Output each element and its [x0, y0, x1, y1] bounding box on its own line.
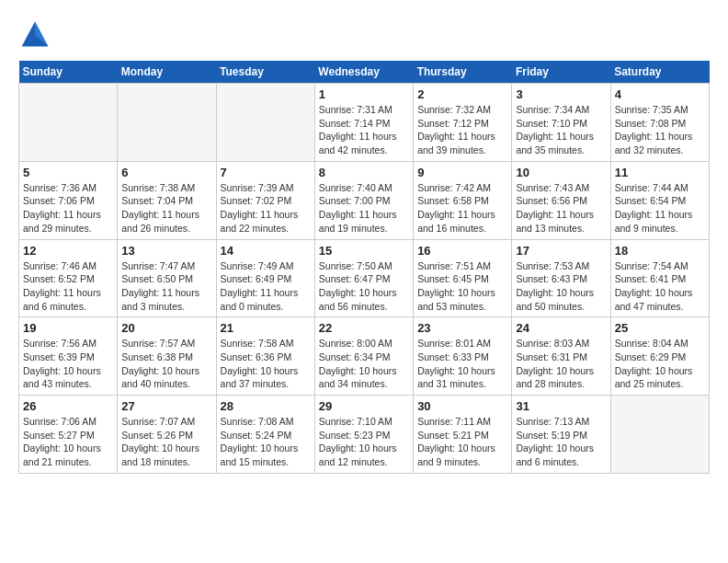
calendar-cell	[19, 84, 118, 162]
day-info: Sunrise: 8:04 AM Sunset: 6:29 PM Dayligh…	[615, 337, 705, 391]
calendar-cell: 13Sunrise: 7:47 AM Sunset: 6:50 PM Dayli…	[118, 239, 216, 317]
calendar-cell	[118, 84, 216, 162]
day-header-monday: Monday	[118, 61, 216, 84]
day-info: Sunrise: 7:10 AM Sunset: 5:23 PM Dayligh…	[319, 415, 409, 469]
calendar-cell: 28Sunrise: 7:08 AM Sunset: 5:24 PM Dayli…	[216, 396, 314, 474]
day-number: 1	[319, 87, 409, 101]
day-info: Sunrise: 7:46 AM Sunset: 6:52 PM Dayligh…	[23, 259, 113, 314]
day-info: Sunrise: 7:54 AM Sunset: 6:41 PM Dayligh…	[615, 259, 705, 314]
calendar-cell: 20Sunrise: 7:57 AM Sunset: 6:38 PM Dayli…	[118, 317, 216, 396]
calendar-cell	[216, 84, 314, 162]
calendar-week-5: 26Sunrise: 7:06 AM Sunset: 5:27 PM Dayli…	[19, 396, 710, 474]
day-number: 26	[23, 399, 113, 413]
day-number: 24	[516, 321, 606, 335]
day-info: Sunrise: 7:36 AM Sunset: 7:06 PM Dayligh…	[23, 181, 113, 236]
calendar-cell: 2Sunrise: 7:32 AM Sunset: 7:12 PM Daylig…	[414, 84, 512, 162]
calendar-cell: 26Sunrise: 7:06 AM Sunset: 5:27 PM Dayli…	[19, 396, 118, 474]
calendar-cell: 15Sunrise: 7:50 AM Sunset: 6:47 PM Dayli…	[314, 239, 413, 317]
day-info: Sunrise: 7:51 AM Sunset: 6:45 PM Dayligh…	[417, 259, 507, 314]
calendar-week-1: 1Sunrise: 7:31 AM Sunset: 7:14 PM Daylig…	[19, 84, 710, 162]
calendar-cell: 23Sunrise: 8:01 AM Sunset: 6:33 PM Dayli…	[414, 317, 512, 396]
calendar-cell: 12Sunrise: 7:46 AM Sunset: 6:52 PM Dayli…	[19, 239, 118, 317]
day-info: Sunrise: 7:34 AM Sunset: 7:10 PM Dayligh…	[516, 103, 606, 157]
day-info: Sunrise: 8:00 AM Sunset: 6:34 PM Dayligh…	[319, 337, 409, 391]
calendar-cell: 22Sunrise: 8:00 AM Sunset: 6:34 PM Dayli…	[314, 317, 413, 396]
day-number: 17	[516, 244, 606, 258]
day-number: 8	[319, 166, 409, 179]
day-number: 29	[319, 399, 409, 413]
calendar-table: SundayMondayTuesdayWednesdayThursdayFrid…	[18, 61, 710, 474]
day-info: Sunrise: 8:03 AM Sunset: 6:31 PM Dayligh…	[516, 337, 606, 391]
day-number: 9	[417, 166, 507, 179]
day-info: Sunrise: 7:35 AM Sunset: 7:08 PM Dayligh…	[615, 103, 705, 157]
day-info: Sunrise: 7:44 AM Sunset: 6:54 PM Dayligh…	[615, 181, 705, 236]
page-header	[18, 18, 710, 52]
day-info: Sunrise: 7:56 AM Sunset: 6:39 PM Dayligh…	[23, 337, 113, 391]
day-info: Sunrise: 7:39 AM Sunset: 7:02 PM Dayligh…	[221, 181, 311, 236]
day-number: 12	[23, 244, 113, 258]
day-info: Sunrise: 7:58 AM Sunset: 6:36 PM Dayligh…	[221, 337, 311, 391]
day-number: 16	[417, 244, 507, 258]
calendar-cell: 25Sunrise: 8:04 AM Sunset: 6:29 PM Dayli…	[610, 317, 709, 396]
calendar-cell: 8Sunrise: 7:40 AM Sunset: 7:00 PM Daylig…	[314, 161, 413, 239]
day-header-saturday: Saturday	[610, 61, 709, 84]
day-number: 3	[516, 87, 606, 101]
day-number: 23	[417, 321, 507, 335]
day-info: Sunrise: 7:06 AM Sunset: 5:27 PM Dayligh…	[23, 415, 113, 469]
calendar-cell: 29Sunrise: 7:10 AM Sunset: 5:23 PM Dayli…	[314, 396, 413, 474]
day-info: Sunrise: 7:11 AM Sunset: 5:21 PM Dayligh…	[417, 415, 507, 469]
day-info: Sunrise: 7:42 AM Sunset: 6:58 PM Dayligh…	[417, 181, 507, 236]
day-info: Sunrise: 7:57 AM Sunset: 6:38 PM Dayligh…	[121, 337, 211, 391]
calendar-cell: 14Sunrise: 7:49 AM Sunset: 6:49 PM Dayli…	[216, 239, 314, 317]
day-info: Sunrise: 8:01 AM Sunset: 6:33 PM Dayligh…	[417, 337, 507, 391]
day-number: 11	[615, 166, 705, 179]
day-number: 27	[121, 399, 211, 413]
day-info: Sunrise: 7:40 AM Sunset: 7:00 PM Dayligh…	[319, 181, 409, 236]
day-info: Sunrise: 7:07 AM Sunset: 5:26 PM Dayligh…	[121, 415, 211, 469]
day-number: 13	[121, 244, 211, 258]
day-info: Sunrise: 7:50 AM Sunset: 6:47 PM Dayligh…	[319, 259, 409, 314]
logo-icon	[18, 18, 51, 52]
day-number: 31	[516, 399, 606, 413]
calendar-week-2: 5Sunrise: 7:36 AM Sunset: 7:06 PM Daylig…	[19, 161, 710, 239]
day-number: 25	[615, 321, 705, 335]
day-number: 19	[23, 321, 113, 335]
calendar-cell: 1Sunrise: 7:31 AM Sunset: 7:14 PM Daylig…	[314, 84, 413, 162]
calendar-cell: 17Sunrise: 7:53 AM Sunset: 6:43 PM Dayli…	[512, 239, 610, 317]
calendar-cell: 19Sunrise: 7:56 AM Sunset: 6:39 PM Dayli…	[19, 317, 118, 396]
calendar-week-4: 19Sunrise: 7:56 AM Sunset: 6:39 PM Dayli…	[19, 317, 710, 396]
calendar-cell: 18Sunrise: 7:54 AM Sunset: 6:41 PM Dayli…	[610, 239, 709, 317]
calendar-cell: 27Sunrise: 7:07 AM Sunset: 5:26 PM Dayli…	[118, 396, 216, 474]
day-info: Sunrise: 7:43 AM Sunset: 6:56 PM Dayligh…	[516, 181, 606, 236]
calendar-cell: 10Sunrise: 7:43 AM Sunset: 6:56 PM Dayli…	[512, 161, 610, 239]
calendar-cell	[610, 396, 709, 474]
day-number: 4	[615, 87, 705, 101]
logo	[18, 18, 55, 52]
calendar-cell: 30Sunrise: 7:11 AM Sunset: 5:21 PM Dayli…	[414, 396, 512, 474]
calendar-cell: 3Sunrise: 7:34 AM Sunset: 7:10 PM Daylig…	[512, 84, 610, 162]
calendar-cell: 31Sunrise: 7:13 AM Sunset: 5:19 PM Dayli…	[512, 396, 610, 474]
day-info: Sunrise: 7:08 AM Sunset: 5:24 PM Dayligh…	[221, 415, 311, 469]
calendar-cell: 24Sunrise: 8:03 AM Sunset: 6:31 PM Dayli…	[512, 317, 610, 396]
calendar-cell: 6Sunrise: 7:38 AM Sunset: 7:04 PM Daylig…	[118, 161, 216, 239]
day-header-wednesday: Wednesday	[314, 61, 413, 84]
day-number: 2	[417, 87, 507, 101]
day-info: Sunrise: 7:53 AM Sunset: 6:43 PM Dayligh…	[516, 259, 606, 314]
day-number: 20	[121, 321, 211, 335]
day-number: 5	[23, 166, 113, 179]
day-header-thursday: Thursday	[414, 61, 512, 84]
day-info: Sunrise: 7:47 AM Sunset: 6:50 PM Dayligh…	[121, 259, 211, 314]
day-number: 22	[319, 321, 409, 335]
day-info: Sunrise: 7:31 AM Sunset: 7:14 PM Dayligh…	[319, 103, 409, 157]
day-number: 15	[319, 244, 409, 258]
day-number: 10	[516, 166, 606, 179]
day-number: 14	[221, 244, 311, 258]
day-info: Sunrise: 7:32 AM Sunset: 7:12 PM Dayligh…	[417, 103, 507, 157]
calendar-cell: 9Sunrise: 7:42 AM Sunset: 6:58 PM Daylig…	[414, 161, 512, 239]
day-number: 6	[121, 166, 211, 179]
day-number: 30	[417, 399, 507, 413]
calendar-week-3: 12Sunrise: 7:46 AM Sunset: 6:52 PM Dayli…	[19, 239, 710, 317]
calendar-cell: 7Sunrise: 7:39 AM Sunset: 7:02 PM Daylig…	[216, 161, 314, 239]
calendar-cell: 16Sunrise: 7:51 AM Sunset: 6:45 PM Dayli…	[414, 239, 512, 317]
day-header-tuesday: Tuesday	[216, 61, 314, 84]
